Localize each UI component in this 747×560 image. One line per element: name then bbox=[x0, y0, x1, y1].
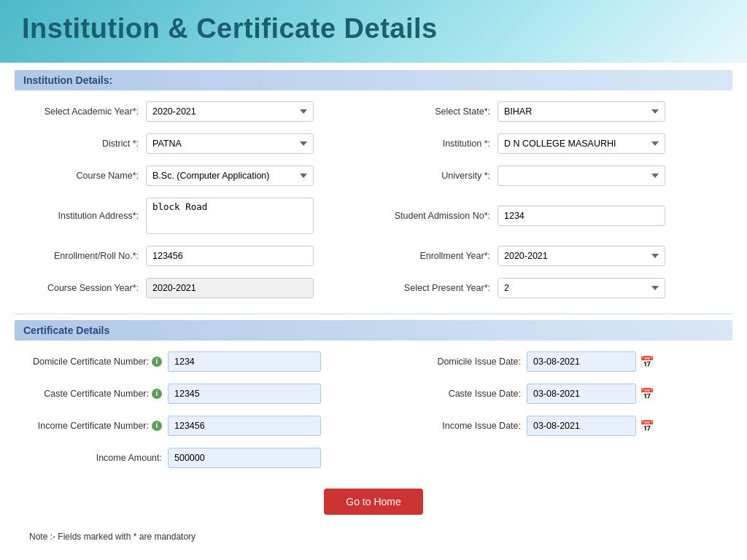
caste-issue-row: Caste Issue Date: 📅 bbox=[374, 381, 732, 406]
student-admission-label: Student Admission No*: bbox=[381, 211, 498, 221]
institution-label: Institution *: bbox=[381, 139, 498, 149]
select-state-select[interactable]: BIHAR UP bbox=[498, 101, 665, 122]
academic-year-select[interactable]: 2020-2021 2019-2020 2018-2019 bbox=[146, 101, 314, 122]
certificate-section-header: Certificate Details bbox=[15, 320, 732, 341]
institution-section-header: Institution Details: bbox=[15, 70, 732, 90]
caste-cert-input[interactable] bbox=[168, 384, 321, 404]
income-issue-input[interactable] bbox=[527, 416, 636, 436]
course-name-select[interactable]: B.Sc. (Computer Application) B.A. bbox=[146, 166, 314, 186]
academic-year-label: Select Academic Year*: bbox=[29, 106, 146, 117]
university-select[interactable] bbox=[498, 166, 665, 186]
certificate-section-label: Certificate Details bbox=[23, 324, 109, 336]
student-admission-row: Student Admission No*: bbox=[374, 195, 725, 236]
enrollment-year-select[interactable]: 2020-2021 2019-2020 bbox=[498, 246, 665, 266]
domicile-cert-label: Domicile Certificate Number: bbox=[33, 357, 149, 367]
caste-cert-row: Caste Certificate Number: i bbox=[15, 381, 374, 406]
enrollment-year-row: Enrollment Year*: 2020-2021 2019-2020 bbox=[374, 244, 725, 268]
course-session-input[interactable] bbox=[146, 278, 314, 298]
enrollment-year-label: Enrollment Year*: bbox=[381, 251, 498, 261]
note-text: Note :- Fields marked with * are mandato… bbox=[15, 526, 732, 548]
income-amount-input[interactable] bbox=[168, 448, 321, 468]
domicile-cert-row: Domicile Certificate Number: i bbox=[15, 349, 374, 374]
institution-select[interactable]: D N COLLEGE MASAURHI bbox=[498, 133, 665, 154]
present-year-label: Select Present Year*: bbox=[381, 283, 498, 293]
caste-issue-label: Caste Issue Date: bbox=[449, 389, 521, 399]
enrollment-roll-label: Enrollment/Roll No.*: bbox=[29, 251, 146, 261]
course-name-label: Course Name*: bbox=[29, 171, 146, 181]
domicile-issue-input[interactable] bbox=[527, 351, 636, 372]
district-select[interactable]: PATNA GAYA bbox=[146, 133, 314, 154]
domicile-issue-label: Domicile Issue Date: bbox=[437, 357, 521, 367]
student-admission-input[interactable] bbox=[498, 206, 665, 226]
domicile-cert-info-icon[interactable]: i bbox=[152, 357, 162, 367]
district-label: District *: bbox=[29, 139, 146, 149]
income-amount-label: Income Amount: bbox=[96, 453, 162, 463]
course-name-row: Course Name*: B.Sc. (Computer Applicatio… bbox=[22, 163, 374, 188]
caste-calendar-icon[interactable]: 📅 bbox=[640, 387, 654, 401]
income-cert-row: Income Certificate Number: i bbox=[15, 413, 374, 438]
caste-cert-label: Caste Certificate Number: bbox=[44, 389, 149, 399]
present-year-row: Select Present Year*: 1 2 3 4 bbox=[374, 276, 725, 300]
header: Institution & Certificate Details bbox=[0, 0, 747, 63]
district-row: District *: PATNA GAYA bbox=[22, 131, 374, 156]
course-session-row: Course Session Year*: bbox=[22, 276, 374, 300]
domicile-issue-row: Domicile Issue Date: 📅 bbox=[374, 349, 732, 374]
institution-address-label: Institution Address*: bbox=[29, 211, 146, 221]
income-calendar-icon[interactable]: 📅 bbox=[640, 419, 654, 433]
institution-address-input[interactable]: block Road bbox=[146, 198, 314, 234]
select-state-row: Select State*: BIHAR UP bbox=[374, 99, 725, 124]
academic-year-row: Select Academic Year*: 2020-2021 2019-20… bbox=[22, 99, 374, 124]
page-title: Institution & Certificate Details bbox=[22, 13, 725, 44]
enrollment-roll-input[interactable] bbox=[146, 246, 314, 266]
go-to-home-button[interactable]: Go to Home bbox=[324, 489, 422, 515]
income-cert-info-icon[interactable]: i bbox=[152, 421, 162, 431]
domicile-calendar-icon[interactable]: 📅 bbox=[640, 355, 654, 369]
income-issue-label: Income Issue Date: bbox=[442, 421, 521, 431]
income-amount-row: Income Amount: bbox=[15, 446, 374, 470]
institution-row: Institution *: D N COLLEGE MASAURHI bbox=[374, 131, 725, 156]
income-cert-input[interactable] bbox=[168, 416, 321, 436]
caste-issue-input[interactable] bbox=[527, 384, 636, 404]
enrollment-roll-row: Enrollment/Roll No.*: bbox=[22, 244, 374, 268]
institution-address-row: Institution Address*: block Road bbox=[22, 195, 374, 236]
present-year-select[interactable]: 1 2 3 4 bbox=[498, 278, 665, 298]
caste-cert-info-icon[interactable]: i bbox=[152, 389, 162, 399]
domicile-cert-input[interactable] bbox=[168, 351, 321, 372]
university-label: University *: bbox=[381, 171, 498, 181]
course-session-label: Course Session Year*: bbox=[29, 283, 146, 293]
income-cert-label: Income Certificate Number: bbox=[38, 421, 149, 431]
empty-row bbox=[374, 446, 732, 470]
select-state-label: Select State*: bbox=[381, 106, 498, 117]
institution-section-label: Institution Details: bbox=[23, 74, 112, 86]
university-row: University *: bbox=[374, 163, 725, 188]
income-issue-row: Income Issue Date: 📅 bbox=[374, 413, 732, 438]
